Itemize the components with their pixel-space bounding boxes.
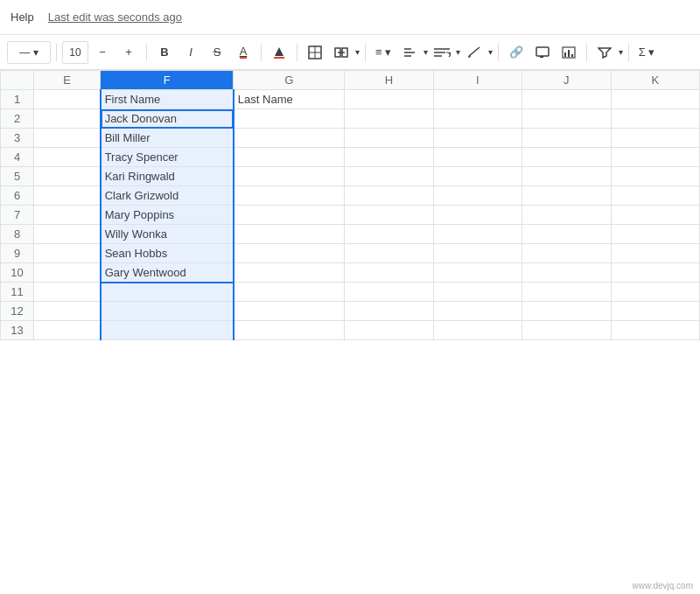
comment-button[interactable]: [530, 40, 555, 65]
cell-h-1[interactable]: [345, 90, 433, 109]
cell-e-4[interactable]: [34, 148, 101, 167]
col-header-f[interactable]: F: [101, 71, 234, 90]
cell-h-13[interactable]: [345, 321, 433, 340]
link-button[interactable]: 🔗: [504, 40, 528, 65]
cell-j-8[interactable]: [522, 225, 611, 244]
cell-h-8[interactable]: [345, 225, 433, 244]
cell-i-5[interactable]: [433, 167, 522, 186]
cell-j-9[interactable]: [522, 244, 611, 263]
cell-j-6[interactable]: [522, 186, 611, 206]
cell-i-2[interactable]: [433, 109, 522, 129]
bold-button[interactable]: B: [152, 40, 177, 65]
rotate-dropdown[interactable]: ▾: [488, 47, 493, 57]
row-header-2[interactable]: 2: [1, 109, 34, 129]
cell-j-7[interactable]: [522, 206, 611, 225]
cell-g-4[interactable]: [234, 148, 345, 167]
col-header-g[interactable]: G: [234, 71, 345, 90]
row-header-8[interactable]: 8: [1, 225, 34, 244]
cell-h-12[interactable]: [345, 302, 433, 321]
merge-cells-button[interactable]: [329, 40, 354, 65]
rotate-button[interactable]: [462, 40, 486, 65]
sum-button[interactable]: Σ ▾: [634, 40, 659, 65]
cell-g-8[interactable]: [234, 225, 345, 244]
cell-k-9[interactable]: [611, 244, 700, 263]
cell-k-5[interactable]: [611, 167, 700, 186]
cell-h-7[interactable]: [345, 206, 433, 225]
cell-f-10[interactable]: Gary Wentwood: [101, 263, 234, 283]
cell-f-5[interactable]: Kari Ringwald: [101, 167, 234, 186]
cell-g-13[interactable]: [234, 321, 345, 340]
valign-dropdown[interactable]: ▾: [424, 47, 428, 57]
cell-i-9[interactable]: [433, 244, 522, 263]
cell-h-5[interactable]: [345, 167, 433, 186]
row-header-1[interactable]: 1: [1, 90, 34, 109]
row-header-9[interactable]: 9: [1, 244, 34, 263]
cell-i-1[interactable]: [433, 90, 522, 109]
fill-color-button[interactable]: [267, 40, 291, 65]
col-header-e[interactable]: E: [34, 71, 101, 90]
cell-k-7[interactable]: [611, 206, 700, 225]
wrap-dropdown[interactable]: ▾: [456, 47, 460, 57]
cell-j-2[interactable]: [522, 109, 611, 129]
cell-i-10[interactable]: [433, 263, 522, 283]
increase-font-button[interactable]: +: [116, 40, 141, 65]
cell-i-13[interactable]: [433, 321, 522, 340]
wrap-button[interactable]: [430, 40, 454, 65]
col-header-k[interactable]: K: [611, 71, 700, 90]
cell-k-12[interactable]: [611, 302, 700, 321]
cell-e-5[interactable]: [34, 167, 101, 186]
cell-f-1[interactable]: First Name: [101, 90, 234, 109]
row-header-5[interactable]: 5: [1, 167, 34, 186]
cell-h-11[interactable]: [345, 283, 433, 302]
cell-h-6[interactable]: [345, 186, 433, 206]
cell-k-4[interactable]: [611, 148, 700, 167]
cell-j-10[interactable]: [522, 263, 611, 283]
cell-i-8[interactable]: [433, 225, 522, 244]
cell-e-1[interactable]: [34, 90, 101, 109]
align-button[interactable]: ≡ ▾: [371, 40, 396, 65]
cell-j-5[interactable]: [522, 167, 611, 186]
underline-button[interactable]: A: [231, 40, 256, 65]
col-header-h[interactable]: H: [345, 71, 433, 90]
cell-j-12[interactable]: [522, 302, 611, 321]
cell-g-10[interactable]: [234, 263, 345, 283]
valign-button[interactable]: [397, 40, 422, 65]
cell-e-2[interactable]: [34, 109, 101, 129]
cell-k-3[interactable]: [611, 129, 700, 148]
cell-h-4[interactable]: [345, 148, 433, 167]
cell-g-6[interactable]: [234, 186, 345, 206]
cell-f-13[interactable]: [101, 321, 234, 340]
font-name-selector[interactable]: — ▾: [7, 41, 51, 64]
cell-g-1[interactable]: Last Name: [234, 90, 345, 109]
cell-i-4[interactable]: [433, 148, 522, 167]
cell-i-7[interactable]: [433, 206, 522, 225]
cell-j-11[interactable]: [522, 283, 611, 302]
cell-k-1[interactable]: [611, 90, 700, 109]
cell-f-11[interactable]: [101, 283, 234, 302]
filter-button[interactable]: [592, 40, 617, 65]
cell-k-8[interactable]: [611, 225, 700, 244]
row-header-7[interactable]: 7: [1, 206, 34, 225]
cell-j-3[interactable]: [522, 129, 611, 148]
cell-h-3[interactable]: [345, 129, 433, 148]
row-header-6[interactable]: 6: [1, 186, 34, 206]
cell-k-10[interactable]: [611, 263, 700, 283]
row-header-11[interactable]: 11: [1, 283, 34, 302]
cell-g-3[interactable]: [234, 129, 345, 148]
cell-g-7[interactable]: [234, 206, 345, 225]
italic-button[interactable]: I: [178, 40, 203, 65]
cell-i-3[interactable]: [433, 129, 522, 148]
cell-e-7[interactable]: [34, 206, 101, 225]
cell-f-12[interactable]: [101, 302, 234, 321]
cell-i-12[interactable]: [433, 302, 522, 321]
cell-f-7[interactable]: Mary Poppins: [101, 206, 234, 225]
col-header-j[interactable]: J: [522, 71, 611, 90]
cell-h-9[interactable]: [345, 244, 433, 263]
row-header-4[interactable]: 4: [1, 148, 34, 167]
row-header-12[interactable]: 12: [1, 302, 34, 321]
cell-g-11[interactable]: [234, 283, 345, 302]
cell-e-3[interactable]: [34, 129, 101, 148]
cell-e-10[interactable]: [34, 263, 101, 283]
chart-button[interactable]: [556, 40, 581, 65]
cell-e-6[interactable]: [34, 186, 101, 206]
